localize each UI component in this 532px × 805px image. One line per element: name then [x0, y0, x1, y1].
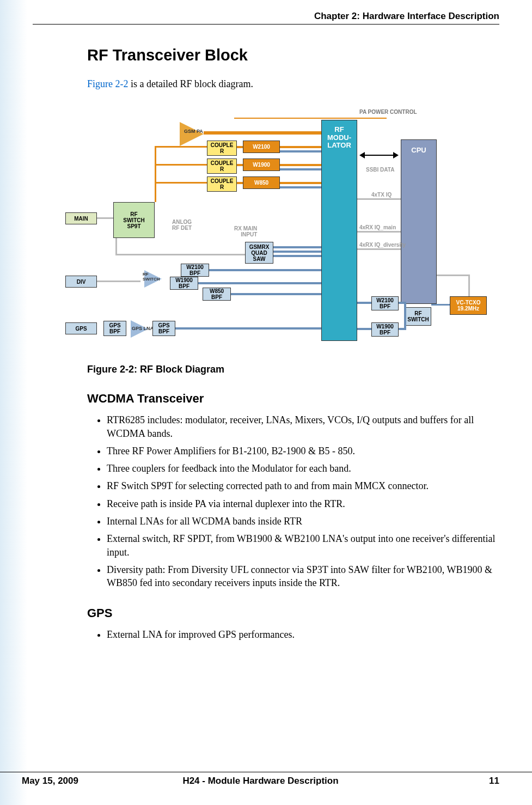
sw-vctcxo-line: [431, 304, 450, 306]
chapter-header: Chapter 2: Hardware Interface Descriptio…: [33, 11, 499, 25]
sw-saw-line: [115, 254, 245, 255]
pa-power-label: PA POWER CONTROL: [359, 109, 417, 115]
saw-mod-c: [273, 255, 321, 257]
ssbi-label: SSBI DATA: [366, 167, 394, 173]
pa3-mod: [280, 182, 321, 184]
coupler-1: COUPLE R: [207, 141, 237, 156]
list-item: Receive path is inside PA via internal d…: [107, 497, 499, 510]
mod-w19r: [357, 328, 371, 330]
intro-text: is a detailed RF block diagram.: [129, 78, 253, 89]
mod-w21r: [357, 302, 371, 304]
rxdiv-label: 4xRX IQ_diversity: [359, 242, 406, 248]
sw-saw-v: [115, 238, 117, 255]
section-title: RF Transceiver Block: [87, 46, 499, 64]
rx-main-input-label: RX MAIN INPUT: [234, 225, 257, 237]
wcdma-bullet-list: RTR6285 includes: modulator, receiver, L…: [87, 413, 499, 589]
footer-date: May 15, 2009: [22, 776, 78, 786]
gsm-rx-saw: GSMRX QUAD SAW: [245, 242, 273, 264]
c2-line: [237, 164, 243, 166]
rf-modulator: RF MODU- LATOR: [321, 120, 357, 341]
pa3-mod-b: [280, 186, 321, 188]
list-item: Diversity path: From Diversity UFL conne…: [107, 563, 499, 590]
w2100-pa: W2100: [243, 141, 280, 153]
saw-mod-b: [273, 251, 321, 253]
gps-bullet-list: External LNA for improved GPS performanc…: [87, 628, 499, 641]
rf-switch-div-label: RF SWITCH: [143, 272, 160, 282]
w850bpf-mod: [231, 293, 321, 295]
c1-line: [237, 146, 243, 148]
rf-block-diagram: PA POWER CONTROL GSM PA COUPLE R COUPLE …: [65, 107, 490, 357]
pa1-mod-b: [280, 150, 321, 153]
w2100-bpf-r: W2100 BPF: [371, 296, 399, 310]
rf-switch-r: RF SWITCH: [405, 307, 431, 326]
txiq-line: [357, 198, 401, 200]
gsm-pa-label: GSM PA: [184, 129, 203, 134]
r-sw-v: [404, 302, 406, 330]
sw-c1: [155, 146, 207, 148]
anlog-rfdet-label: ANLOG RF DET: [172, 219, 192, 231]
rxdiv-line: [357, 248, 401, 250]
figure-caption: Figure 2-2: RF Block Diagram: [87, 364, 499, 375]
intro-paragraph: Figure 2-2 is a detailed RF block diagra…: [87, 77, 499, 90]
gps-bpf-1: GPS BPF: [103, 321, 126, 336]
rxmain-line: [357, 231, 401, 233]
figure-ref-link[interactable]: Figure 2-2: [87, 78, 129, 89]
list-item: External LNA for improved GPS performanc…: [107, 628, 499, 641]
pa1-mod: [280, 146, 321, 148]
mod-cpu-arrow-1: [364, 155, 394, 156]
w1900-pa: W1900: [243, 158, 280, 171]
w850-bpf: W850 BPF: [203, 288, 231, 301]
list-item: Three RF Power Amplifiers for B1-2100, B…: [107, 444, 499, 458]
txiq-label: 4xTX IQ: [371, 192, 392, 198]
w2100-bpf: W2100 BPF: [181, 264, 209, 277]
main-rfsw-line: [97, 217, 113, 219]
div-conn: DIV: [65, 276, 97, 288]
list-item: RTR6285 includes: modulator, receiver, L…: [107, 413, 499, 440]
footer-page-number: 11: [489, 776, 499, 786]
page-footer: May 15, 2009 11 H24 - Module Hardware De…: [0, 772, 532, 786]
gps-mod-line: [175, 327, 321, 330]
rf-switch-sp9t: RF SWITCH SP9T: [113, 202, 155, 238]
rxmain-label: 4xRX IQ_main: [359, 224, 396, 230]
sw-c1-v: [155, 146, 156, 202]
vctcxo-cpu-h: [437, 275, 469, 276]
footer-title: H24 - Module Hardware Description: [152, 776, 370, 786]
gps-lna-label: GPS LNA: [132, 326, 154, 331]
coupler-3: COUPLE R: [207, 176, 237, 192]
pa2-mod: [280, 164, 321, 166]
w1900bpf-mod: [198, 282, 321, 284]
list-item: Internal LNAs for all WCDMA bands inside…: [107, 515, 499, 528]
sw-c2: [155, 164, 207, 166]
wcdma-title: WCDMA Transceiver: [87, 392, 499, 406]
vctcxo-cpu-v: [468, 275, 470, 296]
vctcxo: VC-TCXO 19.2MHz: [450, 296, 487, 315]
gsm-pa-icon: [180, 122, 204, 146]
w850-pa: W850: [243, 176, 280, 189]
cpu-block: CPU: [401, 139, 437, 304]
list-item: RF Switch SP9T for selecting corrected p…: [107, 479, 499, 492]
gps-conn: GPS: [65, 322, 97, 334]
div-sw-line: [97, 280, 140, 282]
sw-c3: [155, 182, 207, 184]
w2100bpf-mod: [209, 269, 321, 271]
pa-power-line: [234, 118, 387, 119]
gsmpa-mod-top: [204, 131, 321, 135]
main-conn: MAIN: [65, 212, 97, 224]
decorative-edge-gradient: [0, 0, 27, 805]
pa2-mod-b: [280, 168, 321, 170]
c3-line: [237, 182, 243, 184]
w1900-bpf: W1900 BPF: [170, 277, 198, 290]
list-item: External switch, RF SPDT, from WB1900 & …: [107, 532, 499, 559]
gps-bpf-2: GPS BPF: [152, 321, 175, 336]
list-item: Three couplers for feedback into the Mod…: [107, 462, 499, 475]
gps-title: GPS: [87, 606, 499, 620]
coupler-2: COUPLE R: [207, 158, 237, 174]
w1900-bpf-r: W1900 BPF: [371, 322, 399, 337]
saw-mod-a: [273, 246, 321, 248]
